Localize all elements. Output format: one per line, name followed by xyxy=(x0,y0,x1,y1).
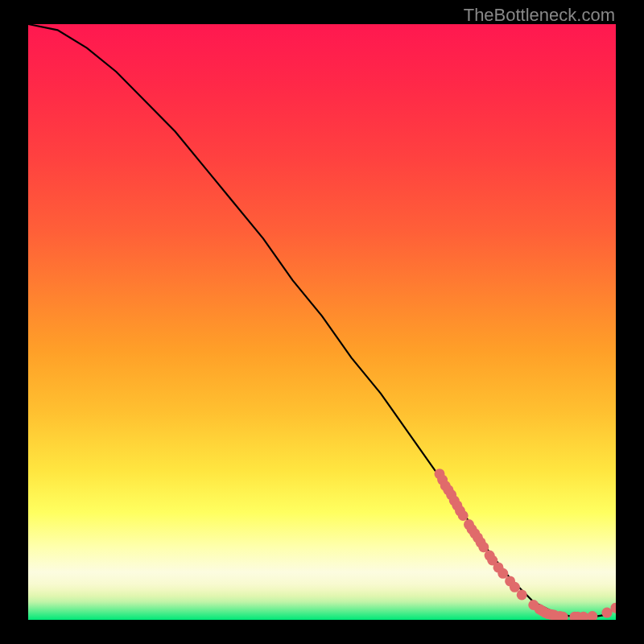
watermark-text: TheBottleneck.com xyxy=(464,5,615,26)
data-dot xyxy=(602,608,613,618)
data-dot xyxy=(458,510,469,521)
data-dots xyxy=(435,469,617,620)
data-dot xyxy=(510,582,520,592)
data-dot xyxy=(587,611,597,620)
data-dot xyxy=(497,568,508,579)
bottleneck-curve xyxy=(28,24,616,617)
curve-layer xyxy=(28,24,616,620)
chart-container: TheBottleneck.com xyxy=(0,0,644,644)
plot-area xyxy=(28,24,616,620)
data-dot xyxy=(517,589,527,600)
